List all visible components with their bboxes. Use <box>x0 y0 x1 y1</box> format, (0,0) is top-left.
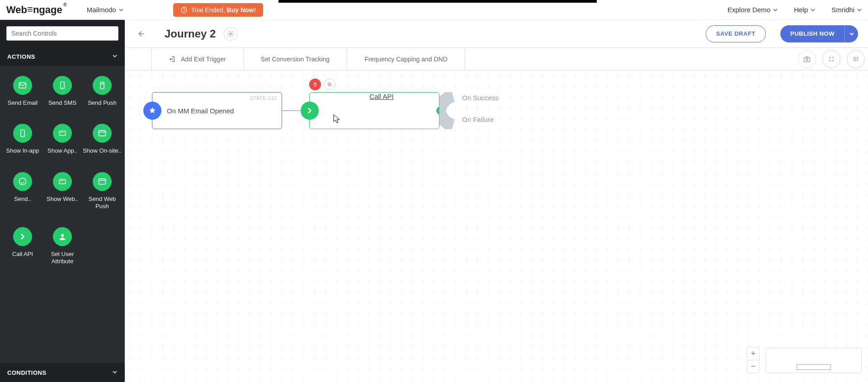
action-label: Send Push <box>88 99 117 107</box>
help-link[interactable]: Help <box>794 6 815 14</box>
action-send-web-push[interactable]: Send Web Push <box>82 172 122 210</box>
window-icon <box>93 124 112 143</box>
svg-rect-7 <box>59 131 65 135</box>
journey-settings-button[interactable] <box>224 27 237 41</box>
phone-icon <box>93 76 112 95</box>
add-exit-trigger-button[interactable]: Add Exit Trigger <box>152 48 244 70</box>
svg-rect-12 <box>61 180 63 181</box>
zoom-out-button[interactable]: − <box>747 360 759 373</box>
action-label: Send.. <box>14 196 31 203</box>
svg-point-15 <box>230 33 231 35</box>
topnav-right: Explore Demo Help Smridhi <box>727 6 862 14</box>
action-send-push[interactable]: Send Push <box>82 76 122 107</box>
svg-rect-11 <box>59 179 65 184</box>
card-icon <box>53 172 72 191</box>
outcome-success-label[interactable]: On Success <box>462 94 499 102</box>
search-controls-input[interactable] <box>6 26 118 41</box>
trial-prefix: Trial Ended, <box>191 6 227 14</box>
node-toolbar <box>309 79 335 90</box>
help-label: Help <box>794 6 808 14</box>
action-label: Send SMS <box>48 99 76 107</box>
exit-icon <box>169 56 176 63</box>
svg-rect-4 <box>100 82 104 89</box>
trial-banner[interactable]: Trial Ended, Buy Now! <box>173 3 263 17</box>
frequency-capping-button[interactable]: Frequency Capping and DND <box>347 48 465 70</box>
chevron-down-icon <box>773 8 778 12</box>
section-actions-label: ACTIONS <box>7 53 35 60</box>
action-show-inapp[interactable]: Show In-app <box>3 124 42 154</box>
brand-logo[interactable]: Web≡ngage® <box>6 4 62 16</box>
action-label: Show Web.. <box>47 196 78 203</box>
explore-demo-link[interactable]: Explore Demo <box>727 6 778 14</box>
chevron-down-icon <box>112 369 118 376</box>
action-label: Show App.. <box>47 147 77 154</box>
sliders-icon <box>852 56 859 63</box>
svg-point-19 <box>855 60 857 61</box>
action-label: Send Web Push <box>82 196 122 210</box>
section-actions-header[interactable]: ACTIONS <box>0 47 125 66</box>
star-icon <box>143 102 161 120</box>
workspace-name: Mailmodo <box>87 6 116 14</box>
action-label: Show In-app <box>6 147 39 154</box>
card-icon <box>53 124 72 143</box>
chevron-down-icon <box>849 32 854 36</box>
publish-group: PUBLISH NOW <box>780 25 858 42</box>
node-label: On MM Email Opened <box>167 107 234 115</box>
action-show-onsite[interactable]: Show On-site.. <box>82 124 122 154</box>
set-conversion-tracking-button[interactable]: Set Conversion Tracking <box>244 48 348 70</box>
svg-point-18 <box>854 58 855 59</box>
action-show-web[interactable]: Show Web.. <box>42 172 82 210</box>
action-send-email[interactable]: Send Email <box>3 76 42 107</box>
zoom-in-button[interactable]: + <box>747 347 759 360</box>
arrange-button[interactable] <box>847 50 865 68</box>
action-set-user-attribute[interactable]: Set User Attribute <box>42 227 82 266</box>
back-button[interactable] <box>135 28 146 40</box>
svg-point-14 <box>61 234 64 237</box>
action-label: Call API <box>12 251 33 258</box>
publish-dropdown-button[interactable] <box>844 25 858 42</box>
user-menu[interactable]: Smridhi <box>831 6 862 14</box>
action-send-sms[interactable]: Send SMS <box>42 76 82 107</box>
svg-rect-6 <box>21 130 24 137</box>
section-conditions-label: CONDITIONS <box>7 369 47 376</box>
node-label: Call API <box>369 93 393 100</box>
journey-title: Journey 2 <box>165 28 216 40</box>
journey-canvas[interactable]: STATE-112 On MM Email Opened <box>125 70 868 382</box>
workspace-switcher[interactable]: Mailmodo <box>87 6 123 14</box>
outcome-failure-label[interactable]: On Failure <box>462 116 494 123</box>
chevron-down-icon <box>857 8 862 12</box>
svg-rect-13 <box>99 179 106 184</box>
chevron-down-icon <box>112 53 118 60</box>
trash-icon <box>312 82 318 87</box>
minimap[interactable] <box>766 348 862 373</box>
action-show-app[interactable]: Show App.. <box>42 124 82 154</box>
node-call-api[interactable]: Call API <box>309 92 439 129</box>
fit-icon <box>828 56 835 63</box>
toolbar-label: Set Conversion Tracking <box>261 56 330 63</box>
publish-now-button[interactable]: PUBLISH NOW <box>780 25 844 42</box>
action-call-api[interactable]: Call API <box>3 227 42 266</box>
state-id: STATE-112 <box>250 95 277 101</box>
save-draft-button[interactable]: SAVE DRAFT <box>706 25 766 42</box>
outcome-split <box>439 92 461 129</box>
whatsapp-icon <box>13 172 32 191</box>
workspace: Journey 2 SAVE DRAFT PUBLISH NOW Add Exi… <box>125 20 868 382</box>
clock-icon <box>180 6 188 14</box>
svg-rect-21 <box>329 84 331 86</box>
svg-point-10 <box>19 178 26 185</box>
screenshot-button[interactable] <box>798 50 816 68</box>
svg-point-3 <box>62 87 63 88</box>
zoom-controls: + − <box>747 347 760 373</box>
user-icon <box>53 227 72 246</box>
svg-rect-5 <box>101 83 104 84</box>
chevron-right-icon <box>301 102 319 120</box>
svg-rect-16 <box>804 57 810 62</box>
action-send-whatsapp[interactable]: Send.. <box>3 172 42 210</box>
node-delete-button[interactable] <box>309 79 321 90</box>
action-label: Show On-site.. <box>83 147 121 154</box>
section-conditions-header[interactable]: CONDITIONS <box>0 363 125 382</box>
node-trigger[interactable]: STATE-112 On MM Email Opened <box>152 92 282 129</box>
node-duplicate-button[interactable] <box>324 79 335 90</box>
fit-view-button[interactable] <box>822 50 840 68</box>
camera-icon <box>803 55 811 63</box>
